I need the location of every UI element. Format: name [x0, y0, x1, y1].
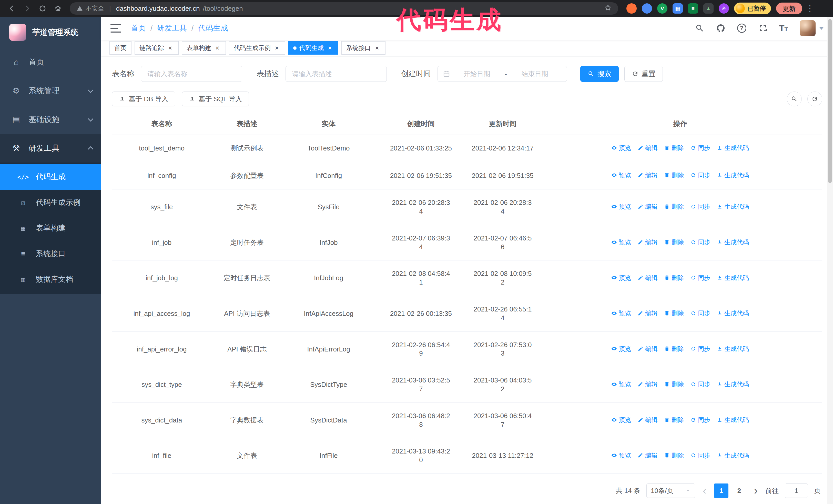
preview-link[interactable]: 预览	[611, 309, 631, 317]
breadcrumb-item[interactable]: 代码生成	[198, 23, 228, 33]
preview-link[interactable]: 预览	[611, 238, 631, 246]
edit-link[interactable]: 编辑	[638, 309, 658, 317]
delete-link[interactable]: 删除	[664, 171, 684, 179]
sidebar-item-dev-tools[interactable]: ⚒研发工具	[0, 134, 101, 163]
reset-button[interactable]: 重置	[624, 66, 663, 82]
github-icon[interactable]	[716, 24, 725, 33]
sidebar-item-infrastructure[interactable]: ▤基础设施	[0, 105, 101, 134]
tab-1[interactable]: 链路追踪×	[135, 41, 178, 55]
close-icon[interactable]: ×	[326, 44, 333, 51]
edit-link[interactable]: 编辑	[638, 238, 658, 246]
generate-code-link[interactable]: 生成代码	[717, 416, 749, 424]
delete-link[interactable]: 删除	[664, 274, 684, 282]
edit-link[interactable]: 编辑	[638, 144, 658, 152]
browser-menu-icon[interactable]: ⋮	[804, 4, 815, 13]
scrollbar[interactable]	[827, 17, 833, 504]
generate-code-link[interactable]: 生成代码	[717, 345, 749, 353]
sync-link[interactable]: 同步	[690, 345, 710, 353]
help-icon[interactable]: ?	[737, 24, 746, 33]
extension-icon[interactable]: ≡	[688, 3, 698, 14]
extension-icon[interactable]: V	[657, 3, 667, 14]
back-icon[interactable]	[5, 2, 19, 15]
edit-link[interactable]: 编辑	[638, 452, 658, 459]
browser-update-button[interactable]: 更新	[776, 3, 802, 14]
generate-code-link[interactable]: 生成代码	[717, 171, 749, 179]
generate-code-link[interactable]: 生成代码	[717, 380, 749, 388]
delete-link[interactable]: 删除	[664, 202, 684, 211]
delete-link[interactable]: 删除	[664, 144, 684, 152]
sync-link[interactable]: 同步	[690, 380, 710, 388]
search-icon[interactable]	[695, 24, 704, 33]
sync-link[interactable]: 同步	[690, 416, 710, 424]
tab-2[interactable]: 表单构建×	[182, 41, 226, 55]
import-db-button[interactable]: 基于 DB 导入	[112, 92, 175, 106]
sync-link[interactable]: 同步	[690, 274, 710, 282]
extension-icon[interactable]: ▦	[672, 3, 683, 14]
tab-0[interactable]: 首页	[110, 41, 132, 55]
close-icon[interactable]: ×	[214, 44, 221, 51]
edit-link[interactable]: 编辑	[638, 416, 658, 424]
fullscreen-icon[interactable]	[758, 24, 767, 33]
refresh-table-button[interactable]	[807, 92, 822, 106]
font-size-icon[interactable]: TT	[779, 23, 788, 33]
toggle-search-button[interactable]	[787, 92, 802, 106]
extension-icon[interactable]	[642, 3, 652, 14]
edit-link[interactable]: 编辑	[638, 345, 658, 353]
delete-link[interactable]: 删除	[664, 416, 684, 424]
delete-link[interactable]: 删除	[664, 380, 684, 388]
sidebar-item-db-doc[interactable]: ▥数据库文档	[0, 267, 101, 292]
forward-icon[interactable]	[21, 2, 34, 15]
goto-page-input[interactable]	[785, 483, 808, 498]
tab-5[interactable]: 系统接口×	[341, 41, 385, 55]
import-sql-button[interactable]: 基于 SQL 导入	[182, 92, 249, 106]
close-icon[interactable]: ×	[374, 44, 381, 51]
page-button-1[interactable]: 1	[714, 483, 729, 498]
page-button-2[interactable]: 2	[732, 483, 746, 498]
sidebar-item-codegen[interactable]: </>代码生成	[0, 164, 101, 190]
generate-code-link[interactable]: 生成代码	[717, 452, 749, 459]
delete-link[interactable]: 删除	[664, 238, 684, 246]
generate-code-link[interactable]: 生成代码	[717, 144, 749, 152]
extension-icon[interactable]: ▲	[703, 3, 714, 14]
search-button[interactable]: 搜索	[580, 66, 619, 82]
reload-icon[interactable]	[36, 2, 49, 15]
scrollbar-thumb[interactable]	[828, 19, 832, 183]
generate-code-link[interactable]: 生成代码	[717, 202, 749, 211]
close-icon[interactable]: ×	[167, 44, 174, 51]
delete-link[interactable]: 删除	[664, 345, 684, 353]
generate-code-link[interactable]: 生成代码	[717, 238, 749, 246]
not-secure-warning-icon[interactable]: 不安全	[76, 4, 104, 13]
sync-link[interactable]: 同步	[690, 238, 710, 246]
preview-link[interactable]: 预览	[611, 171, 631, 179]
close-icon[interactable]: ×	[273, 44, 280, 51]
preview-link[interactable]: 预览	[611, 345, 631, 353]
create-time-range-picker[interactable]: 开始日期 - 结束日期	[437, 66, 567, 82]
sidebar-item-home[interactable]: ⌂首页	[0, 48, 101, 76]
sidebar-toggle-icon[interactable]	[111, 24, 121, 32]
next-page-button[interactable]: ›	[753, 485, 759, 496]
extension-icon[interactable]: ✳	[719, 3, 729, 14]
preview-link[interactable]: 预览	[611, 452, 631, 459]
tab-4[interactable]: 代码生成×	[288, 41, 338, 55]
delete-link[interactable]: 删除	[664, 452, 684, 459]
sidebar-item-codegen-example[interactable]: ☑代码生成示例	[0, 190, 101, 215]
preview-link[interactable]: 预览	[611, 144, 631, 152]
breadcrumb-item[interactable]: 首页	[131, 23, 146, 33]
delete-link[interactable]: 删除	[664, 309, 684, 317]
generate-code-link[interactable]: 生成代码	[717, 274, 749, 282]
app-logo[interactable]: 芋道管理系统	[0, 17, 101, 48]
breadcrumb-item[interactable]: 研发工具	[157, 23, 187, 33]
profile-paused-badge[interactable]: 已暂停	[734, 3, 771, 14]
home-icon[interactable]	[51, 2, 65, 15]
user-menu[interactable]	[800, 20, 824, 36]
sidebar-item-form-builder[interactable]: ▦表单构建	[0, 215, 101, 241]
tab-3[interactable]: 代码生成示例×	[229, 41, 285, 55]
extension-icon[interactable]	[626, 3, 637, 14]
sidebar-item-system-api[interactable]: ≣系统接口	[0, 241, 101, 267]
prev-page-button[interactable]: ‹	[701, 485, 708, 496]
generate-code-link[interactable]: 生成代码	[717, 309, 749, 317]
page-size-select[interactable]: 10条/页	[646, 483, 695, 498]
edit-link[interactable]: 编辑	[638, 380, 658, 388]
edit-link[interactable]: 编辑	[638, 171, 658, 179]
preview-link[interactable]: 预览	[611, 274, 631, 282]
